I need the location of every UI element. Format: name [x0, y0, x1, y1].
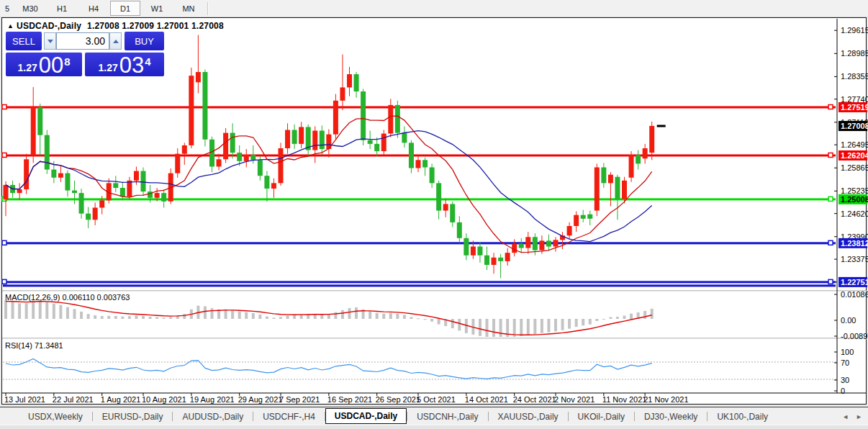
hline-marker-right — [828, 105, 833, 109]
hline-marker-left — [2, 279, 6, 284]
date-label: 2 Nov 2021 — [554, 395, 595, 404]
buy-button[interactable]: BUY — [125, 32, 164, 50]
macd-bar — [266, 317, 268, 319]
candle — [361, 91, 366, 140]
macd-bar — [45, 302, 48, 319]
candle — [202, 72, 207, 140]
macd-bar — [396, 314, 399, 319]
candle — [608, 175, 613, 184]
candle — [464, 238, 469, 256]
volume-input[interactable] — [56, 32, 109, 50]
candle — [553, 240, 559, 246]
candle — [127, 181, 132, 197]
candle — [368, 140, 373, 144]
chart-symbol-header: ▲USDCAD-,Daily1.27008 1.27009 1.27001 1.… — [7, 21, 224, 31]
candle — [292, 130, 297, 144]
buy-price-box[interactable]: 1.27 03 4 — [85, 53, 164, 76]
macd-bar — [135, 315, 137, 319]
candle — [436, 183, 441, 210]
candle — [333, 101, 338, 135]
macd-bar — [458, 319, 461, 330]
candle — [354, 74, 359, 91]
date-label: 1 Aug 2021 — [101, 395, 141, 404]
macd-bar — [616, 317, 619, 319]
candle — [533, 237, 538, 250]
candle — [93, 208, 98, 220]
tab-ukoil-daily[interactable]: UKOil-,Daily — [569, 410, 634, 424]
date-label: 21 Nov 2021 — [643, 395, 688, 404]
volume-increase-button[interactable] — [109, 32, 122, 50]
hline-marker-right — [828, 240, 833, 245]
candle — [587, 214, 592, 219]
macd-bar — [279, 317, 282, 319]
candle — [492, 258, 497, 265]
candle — [388, 105, 393, 134]
macd-bar — [286, 315, 289, 319]
macd-bar — [410, 317, 412, 319]
sell-button[interactable]: SELL — [6, 32, 42, 50]
macd-bar — [245, 312, 248, 319]
macd-bar — [272, 317, 275, 319]
price-tick-label: 1.29615 — [841, 26, 868, 35]
volume-decrease-button[interactable] — [44, 32, 56, 50]
macd-bar — [376, 313, 379, 319]
candle — [51, 170, 56, 178]
candle — [629, 155, 634, 178]
macd-bar — [389, 313, 392, 319]
candle — [539, 240, 544, 250]
macd-bar — [293, 315, 296, 319]
macd-bar — [258, 315, 261, 319]
macd-bar — [169, 317, 172, 319]
macd-bar — [252, 313, 255, 319]
tab-xauusd-daily[interactable]: XAUUSD-,Daily — [489, 410, 568, 424]
tab-usdx-weekly[interactable]: USDX,Weekly — [19, 410, 92, 424]
hline-1.25008[interactable] — [3, 198, 836, 200]
macd-bar — [486, 319, 489, 337]
tab-eurusd-daily[interactable]: EURUSD-,Daily — [93, 410, 173, 424]
macd-bar — [479, 319, 482, 336]
candle — [374, 144, 379, 151]
candle — [581, 215, 586, 219]
candle — [422, 160, 428, 167]
candle — [525, 237, 530, 248]
macd-bar — [568, 319, 571, 329]
hline-1.27519[interactable] — [3, 107, 836, 109]
candle — [175, 154, 180, 173]
tab-usdcad-daily[interactable]: USDCAD-,Daily — [325, 408, 407, 424]
collapse-triangle-icon[interactable]: ▲ — [7, 22, 14, 30]
tab-scroll-right-button[interactable]: ► — [856, 413, 862, 420]
macd-bar — [53, 304, 55, 319]
tab-usdchf-h4[interactable]: USDCHF-,H4 — [253, 410, 325, 424]
candle — [17, 189, 22, 193]
tab-audusd-daily[interactable]: AUDUSD-,Daily — [173, 410, 253, 424]
candle — [285, 130, 290, 148]
macd-bar — [492, 319, 495, 337]
tab-dj30-weekly[interactable]: DJ30-,Weekly — [635, 410, 707, 424]
rsi-axis-label: 70 — [841, 358, 849, 367]
candle — [99, 200, 104, 207]
sell-price-box[interactable]: 1.27 00 8 — [6, 53, 82, 76]
tab-scroll-left-button[interactable]: ◄ — [842, 413, 849, 420]
one-click-trade-panel: SELL BUY 1.27 00 8 1.27 03 4 — [6, 32, 164, 76]
macd-bar — [609, 317, 612, 319]
macd-bar — [114, 316, 117, 319]
macd-bar — [320, 315, 323, 319]
macd-bar — [4, 300, 7, 319]
macd-bar — [18, 303, 21, 319]
macd-bar — [643, 311, 646, 319]
macd-bar — [547, 319, 550, 333]
buy-price-pip: 4 — [145, 55, 150, 68]
hline-1.23812[interactable] — [3, 242, 836, 244]
hline-1.26204[interactable] — [3, 154, 836, 156]
macd-bar — [204, 307, 207, 319]
hline-marker-left — [2, 240, 6, 245]
candle — [182, 145, 187, 154]
tab-uk100-daily[interactable]: UK100-,Daily — [707, 410, 777, 424]
hline-1.22751-2[interactable] — [3, 284, 836, 286]
candle — [457, 222, 462, 238]
hline-1.22751[interactable] — [3, 281, 836, 283]
candle — [430, 167, 435, 183]
macd-bar — [39, 300, 42, 319]
tab-usdcnh-daily[interactable]: USDCNH-,Daily — [407, 410, 487, 424]
hline-marker-left — [2, 153, 6, 157]
